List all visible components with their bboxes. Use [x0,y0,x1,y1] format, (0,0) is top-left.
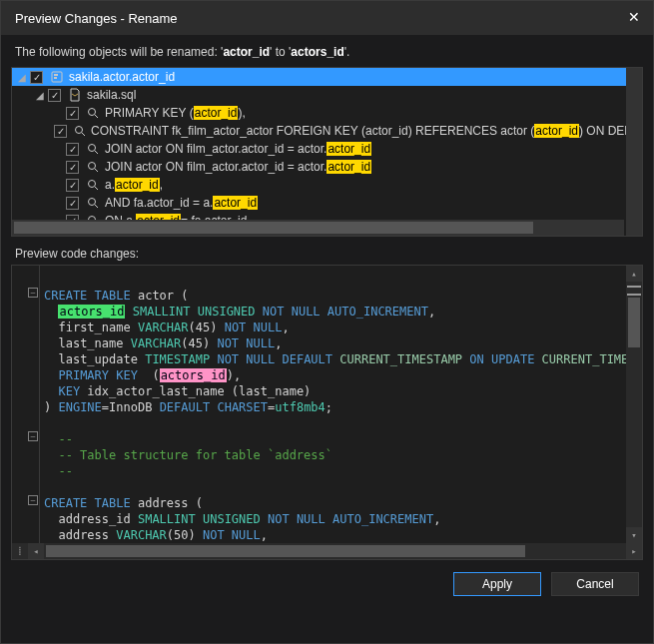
dialog-buttons: Apply Cancel [1,560,653,608]
tree-item[interactable]: ✓JOIN actor ON film_actor.actor_id = act… [12,158,642,176]
close-button[interactable]: ✕ [625,9,643,27]
checkbox[interactable]: ✓ [66,179,79,192]
tree-item[interactable]: ◢✓sakila.sql [12,86,642,104]
split-grip-icon[interactable]: ⁞ [12,544,28,558]
code-gutter: − − − [12,266,40,543]
svg-point-7 [89,145,96,152]
item-label: PRIMARY KEY (actor_id), [105,106,246,120]
expander-icon[interactable]: ◢ [16,72,28,83]
tree-item[interactable]: ✓PRIMARY KEY (actor_id), [12,104,642,122]
svg-line-10 [95,169,98,172]
item-icon [73,124,87,138]
tree-horizontal-scrollbar[interactable] [12,220,624,236]
tree-item[interactable]: ✓CONSTRAINT fk_film_actor_actor FOREIGN … [12,122,642,140]
changes-tree: ◢✓sakila.actor.actor_id◢✓sakila.sql✓PRIM… [11,67,643,237]
svg-rect-1 [54,74,58,76]
item-icon [67,88,83,102]
tree-item[interactable]: ✓AND fa.actor_id = a.actor_id [12,194,642,212]
item-label: a.actor_id, [105,178,163,192]
code-preview: − − − CREATE TABLE actor ( actors_id SMA… [11,265,643,560]
item-icon [85,142,101,156]
svg-line-12 [95,187,98,190]
apply-button[interactable]: Apply [453,572,541,596]
tree-vertical-scrollbar[interactable] [626,68,642,236]
svg-point-11 [89,181,96,188]
checkbox[interactable]: ✓ [66,143,79,156]
svg-line-6 [82,133,85,136]
svg-point-13 [89,199,96,206]
checkbox[interactable]: ✓ [48,89,61,102]
svg-point-9 [89,163,96,170]
code-body[interactable]: CREATE TABLE actor ( actors_id SMALLINT … [44,272,624,543]
code-vertical-scrollbar[interactable]: ▴ ▾ [626,266,642,543]
rename-description: The following objects will be renamed: '… [1,35,653,67]
item-icon [85,160,101,174]
cancel-button[interactable]: Cancel [551,572,639,596]
tree-item[interactable]: ✓ON a.actor_id = fa.actor_id [12,212,642,220]
item-label: JOIN actor ON film_actor.actor_id = acto… [105,160,371,174]
item-label: CONSTRAINT fk_film_actor_actor FOREIGN K… [91,124,642,138]
item-label: sakila.sql [87,88,136,102]
item-icon [49,70,65,84]
checkbox[interactable]: ✓ [30,71,43,84]
fold-icon[interactable]: − [28,288,38,298]
title-bar: Preview Changes - Rename ✕ [1,1,653,35]
tree-item[interactable]: ✓JOIN actor ON film_actor.actor_id = act… [12,140,642,158]
expander-icon[interactable]: ◢ [34,90,46,101]
svg-point-3 [89,109,96,116]
item-label: AND fa.actor_id = a.actor_id [105,196,258,210]
svg-line-8 [95,151,98,154]
item-label: sakila.actor.actor_id [69,70,175,84]
tree-item[interactable]: ✓a.actor_id, [12,176,642,194]
svg-line-14 [95,205,98,208]
item-icon [85,178,101,192]
fold-icon[interactable]: − [28,495,38,505]
window-title: Preview Changes - Rename [15,11,625,26]
svg-line-4 [95,115,98,118]
preview-label: Preview code changes: [1,243,653,265]
code-horizontal-scrollbar[interactable]: ⁞ ◂ ▸ [12,543,642,559]
fold-icon[interactable]: − [28,431,38,441]
svg-point-5 [76,127,83,134]
checkbox[interactable]: ✓ [66,197,79,210]
checkbox[interactable]: ✓ [66,107,79,120]
checkbox[interactable]: ✓ [66,161,79,174]
svg-rect-2 [54,77,57,79]
item-icon [85,196,101,210]
checkbox[interactable]: ✓ [54,125,67,138]
item-label: JOIN actor ON film_actor.actor_id = acto… [105,142,371,156]
tree-item[interactable]: ◢✓sakila.actor.actor_id [12,68,642,86]
item-icon [85,106,101,120]
